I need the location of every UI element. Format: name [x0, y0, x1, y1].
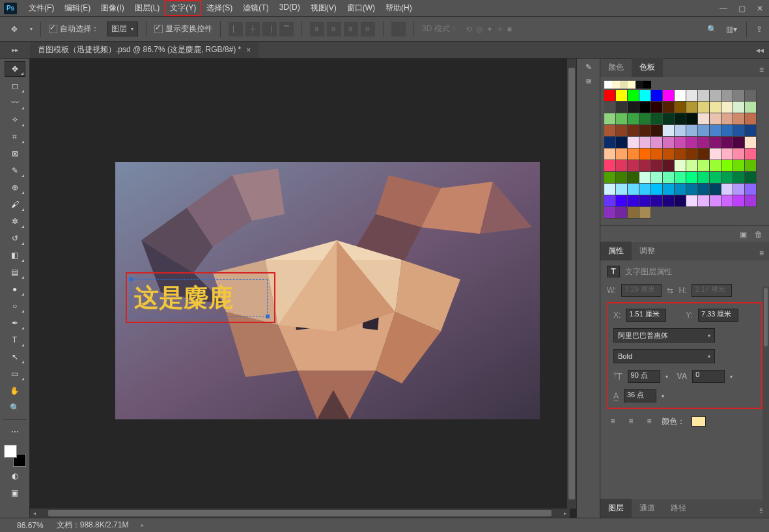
swatch[interactable]	[651, 102, 663, 113]
swatch[interactable]	[733, 160, 745, 172]
tool-magic-wand[interactable]: ✧	[5, 112, 25, 128]
tab-channels[interactable]: 通道	[632, 499, 663, 518]
swatch[interactable]	[698, 184, 710, 195]
quickmask-icon[interactable]: ◐	[5, 468, 25, 484]
font-family-select[interactable]: 阿里巴巴普惠体▾	[613, 328, 715, 343]
tool-pen[interactable]: ✒	[5, 315, 25, 331]
align-top-icon[interactable]: ▔	[279, 22, 294, 36]
swatch[interactable]	[604, 207, 616, 219]
foreground-color-chip[interactable]	[4, 445, 17, 458]
tool-marquee[interactable]: ◻	[5, 78, 25, 94]
swatch[interactable]	[698, 125, 710, 137]
minimize-button[interactable]: —	[714, 1, 733, 16]
swatch[interactable]	[639, 160, 651, 172]
swatch[interactable]	[616, 113, 628, 125]
tracking-input[interactable]: 0	[692, 370, 725, 383]
swatch[interactable]	[604, 137, 616, 148]
tool-type[interactable]: T	[5, 332, 25, 348]
swatch[interactable]	[663, 184, 675, 195]
swatch[interactable]	[733, 90, 745, 102]
swatch[interactable]	[733, 102, 745, 113]
tab-adjustments[interactable]: 调整	[632, 242, 663, 260]
font-weight-select[interactable]: Bold▾	[613, 349, 715, 363]
align-right-icon[interactable]: ▕	[262, 22, 277, 36]
new-swatch-icon[interactable]: ▣	[740, 230, 747, 239]
swatch[interactable]	[616, 160, 628, 172]
recent-swatch[interactable]	[620, 81, 628, 89]
panel-scrollbar[interactable]	[762, 287, 769, 518]
tool-lasso[interactable]: 〰	[5, 95, 25, 111]
swatch[interactable]	[698, 137, 710, 148]
recent-swatch[interactable]	[636, 81, 643, 89]
swatch[interactable]	[721, 113, 733, 125]
tool-shape[interactable]: ▭	[5, 366, 25, 382]
swatch[interactable]	[628, 160, 639, 172]
panel-collapse-icon[interactable]: ◂◂	[756, 42, 769, 58]
swatch[interactable]	[675, 137, 686, 148]
swatch[interactable]	[651, 184, 663, 195]
swatch[interactable]	[686, 90, 698, 102]
screenmode-icon[interactable]: ▣	[5, 485, 25, 501]
swatch[interactable]	[698, 102, 710, 113]
swatch[interactable]	[663, 102, 675, 113]
swatch[interactable]	[651, 137, 663, 148]
swatch[interactable]	[663, 195, 675, 207]
menu-3D(D)[interactable]: 3D(D)	[274, 0, 305, 16]
swatch[interactable]	[698, 148, 710, 160]
swatch[interactable]	[710, 172, 721, 184]
swatch[interactable]	[616, 148, 628, 160]
swatch[interactable]	[651, 195, 663, 207]
menu-编辑(E)[interactable]: 编辑(E)	[59, 0, 96, 16]
swatch[interactable]	[675, 113, 686, 125]
menu-图层(L)[interactable]: 图层(L)	[130, 0, 165, 16]
swatch[interactable]	[721, 125, 733, 137]
swatch[interactable]	[675, 125, 686, 137]
tool-eyedropper[interactable]: ✎	[5, 163, 25, 178]
x-input[interactable]: 1.51 厘米	[626, 309, 666, 322]
tool-healing[interactable]: ⊕	[5, 180, 25, 195]
swatch[interactable]	[663, 172, 675, 184]
tab-swatches[interactable]: 色板	[632, 58, 663, 77]
swatch[interactable]	[604, 148, 616, 160]
swatch[interactable]	[710, 184, 721, 195]
swatch[interactable]	[651, 160, 663, 172]
swatch[interactable]	[675, 90, 686, 102]
swatch[interactable]	[604, 90, 616, 102]
text-align-center-icon[interactable]: ≡	[625, 415, 637, 427]
swatch[interactable]	[628, 90, 639, 102]
swatch[interactable]	[721, 90, 733, 102]
swatch[interactable]	[616, 207, 628, 219]
menu-帮助(H)[interactable]: 帮助(H)	[380, 0, 417, 16]
status-caret-icon[interactable]: ▸	[141, 522, 144, 528]
swatch[interactable]	[698, 160, 710, 172]
canvas-area[interactable]: 这是麋鹿	[30, 59, 576, 518]
menu-文件(F)[interactable]: 文件(F)	[23, 0, 59, 16]
swatch[interactable]	[628, 172, 639, 184]
close-button[interactable]: ✕	[751, 1, 769, 16]
font-size-input[interactable]: 90 点	[628, 370, 660, 383]
swatch[interactable]	[721, 148, 733, 160]
swatch[interactable]	[604, 195, 616, 207]
swatch[interactable]	[639, 102, 651, 113]
tab-layers[interactable]: 图层	[600, 499, 632, 518]
swatch[interactable]	[745, 184, 757, 195]
swatch[interactable]	[639, 172, 651, 184]
swatch[interactable]	[616, 195, 628, 207]
swatch[interactable]	[651, 113, 663, 125]
y-input[interactable]: 7.33 厘米	[698, 309, 738, 322]
swatch[interactable]	[745, 102, 757, 113]
delete-swatch-icon[interactable]: 🗑	[755, 230, 762, 239]
swatch[interactable]	[698, 172, 710, 184]
tab-paths[interactable]: 路径	[663, 499, 694, 518]
swatch[interactable]	[745, 172, 757, 184]
swatch[interactable]	[745, 125, 757, 137]
swatch[interactable]	[639, 125, 651, 137]
swatch[interactable]	[675, 148, 686, 160]
swatch[interactable]	[604, 184, 616, 195]
swatch[interactable]	[628, 125, 639, 137]
swatch[interactable]	[710, 90, 721, 102]
distribute-4-icon[interactable]: ⊪	[361, 22, 375, 36]
swatch[interactable]	[733, 137, 745, 148]
panel-menu-icon[interactable]: ≡	[754, 63, 769, 77]
brushes-icon[interactable]: ≋	[585, 77, 592, 86]
